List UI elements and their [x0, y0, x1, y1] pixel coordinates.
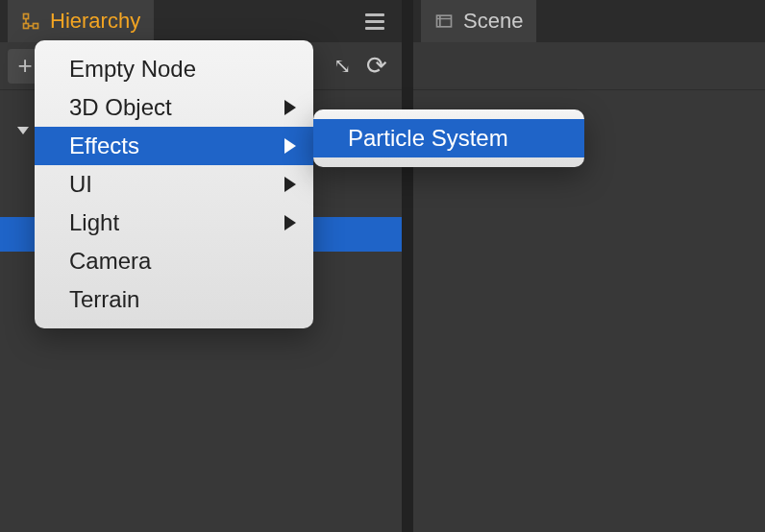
- menu-item-label: Effects: [69, 133, 139, 159]
- svg-rect-3: [437, 15, 452, 27]
- menu-item-light[interactable]: Light: [35, 204, 313, 242]
- svg-rect-1: [24, 24, 29, 29]
- chevron-right-icon: [284, 215, 296, 230]
- scene-tab-label: Scene: [463, 9, 523, 34]
- scene-toolbar: [413, 42, 765, 90]
- menu-item-label: 3D Object: [69, 94, 172, 121]
- scene-tab[interactable]: Scene: [421, 0, 536, 42]
- menu-item-label: Camera: [69, 248, 151, 275]
- menu-item-3d-object[interactable]: 3D Object: [35, 88, 313, 127]
- menu-item-particle-system[interactable]: Particle System: [313, 119, 584, 157]
- scene-tab-row: Scene: [413, 0, 765, 42]
- chevron-right-icon: [284, 100, 296, 115]
- hierarchy-tab[interactable]: Hierarchy: [8, 0, 154, 42]
- svg-rect-0: [24, 14, 29, 19]
- menu-item-label: Particle System: [348, 125, 508, 152]
- create-context-menu: Empty Node 3D Object Effects UI Light Ca…: [35, 40, 313, 328]
- panel-separator[interactable]: [404, 0, 413, 532]
- chevron-right-icon: [284, 177, 296, 192]
- menu-item-label: Light: [69, 209, 119, 236]
- collapse-button[interactable]: ⤡: [325, 49, 359, 84]
- scene-panel: Scene: [413, 0, 765, 532]
- menu-item-ui[interactable]: UI: [35, 165, 313, 204]
- hierarchy-menu-icon[interactable]: [356, 4, 394, 39]
- hierarchy-tab-row: Hierarchy: [0, 0, 402, 42]
- menu-item-terrain[interactable]: Terrain: [35, 280, 313, 319]
- scene-icon: [434, 12, 454, 31]
- menu-item-label: Terrain: [69, 286, 139, 313]
- menu-item-effects[interactable]: Effects: [35, 127, 313, 165]
- collapse-icon: ⤡: [333, 54, 351, 79]
- plus-icon: +: [17, 51, 32, 81]
- menu-item-label: UI: [69, 171, 92, 198]
- hierarchy-icon: [21, 12, 40, 31]
- chevron-right-icon: [284, 138, 296, 154]
- hierarchy-tab-label: Hierarchy: [50, 9, 140, 34]
- menu-item-label: Empty Node: [69, 56, 196, 83]
- chevron-down-icon: [17, 127, 29, 134]
- refresh-icon: ⟳: [366, 51, 387, 81]
- svg-rect-2: [34, 24, 38, 29]
- effects-submenu: Particle System: [313, 109, 584, 167]
- menu-item-empty-node[interactable]: Empty Node: [35, 50, 313, 88]
- menu-item-camera[interactable]: Camera: [35, 242, 313, 280]
- refresh-button[interactable]: ⟳: [359, 49, 394, 84]
